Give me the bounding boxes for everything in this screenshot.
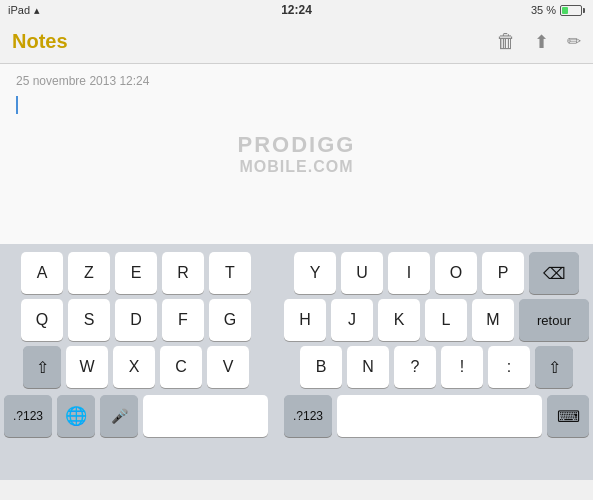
key-g[interactable]: G [209, 299, 251, 341]
key-globe[interactable]: 🌐 [57, 395, 95, 437]
key-j[interactable]: J [331, 299, 373, 341]
key-i[interactable]: I [388, 252, 430, 294]
key-u[interactable]: U [341, 252, 383, 294]
wifi-icon: ▴ [34, 4, 40, 17]
key-return[interactable]: retour [519, 299, 589, 341]
key-space-left[interactable] [143, 395, 268, 437]
delete-icon[interactable]: 🗑 [496, 30, 516, 53]
key-question[interactable]: ? [394, 346, 436, 388]
notes-title: Notes [12, 30, 68, 53]
key-row-3-left: ⇧ W X C V [4, 346, 268, 388]
key-l[interactable]: L [425, 299, 467, 341]
key-w[interactable]: W [66, 346, 108, 388]
key-shift-left[interactable]: ⇧ [23, 346, 61, 388]
key-d[interactable]: D [115, 299, 157, 341]
key-row-2-right: H J K L M retour [284, 299, 589, 341]
keyboard-left: A Z E R T Q S D F G ⇧ W X C V .?123 🌐 🎤 [0, 252, 272, 474]
share-icon[interactable]: ⬆ [534, 31, 549, 53]
key-h[interactable]: H [284, 299, 326, 341]
watermark-line1: PRODIGG [238, 132, 356, 158]
key-r[interactable]: R [162, 252, 204, 294]
key-row-4-right: .?123 ⌨ [284, 395, 589, 437]
key-exclamation[interactable]: ! [441, 346, 483, 388]
key-z[interactable]: Z [68, 252, 110, 294]
note-date: 25 novembre 2013 12:24 [16, 74, 577, 88]
key-v[interactable]: V [207, 346, 249, 388]
watermark: PRODIGG MOBILE.COM [238, 132, 356, 176]
key-k[interactable]: K [378, 299, 420, 341]
key-y[interactable]: Y [294, 252, 336, 294]
key-b[interactable]: B [300, 346, 342, 388]
key-o[interactable]: O [435, 252, 477, 294]
key-row-3-right: B N ? ! : ⇧ [284, 346, 589, 388]
key-s[interactable]: S [68, 299, 110, 341]
key-row-1-left: A Z E R T [4, 252, 268, 294]
text-cursor [16, 96, 18, 114]
key-mic[interactable]: 🎤 [100, 395, 138, 437]
keyboard-right: Y U I O P ⌫ H J K L M retour B N ? ! : ⇧… [280, 252, 593, 474]
nav-bar: Notes 🗑 ⬆ ✏ [0, 20, 593, 64]
key-shift-right[interactable]: ⇧ [535, 346, 573, 388]
key-colon[interactable]: : [488, 346, 530, 388]
key-q[interactable]: Q [21, 299, 63, 341]
key-c[interactable]: C [160, 346, 202, 388]
key-row-2-left: Q S D F G [4, 299, 268, 341]
nav-actions: 🗑 ⬆ ✏ [496, 30, 581, 53]
key-row-1-right: Y U I O P ⌫ [284, 252, 589, 294]
key-row-4-left: .?123 🌐 🎤 [4, 395, 268, 437]
key-t[interactable]: T [209, 252, 251, 294]
watermark-line2: MOBILE.COM [238, 158, 356, 176]
note-content-area[interactable]: 25 novembre 2013 12:24 PRODIGG MOBILE.CO… [0, 64, 593, 244]
key-space-right[interactable] [337, 395, 542, 437]
status-bar: iPad ▴ 12:24 35 % [0, 0, 593, 20]
key-n[interactable]: N [347, 346, 389, 388]
key-f[interactable]: F [162, 299, 204, 341]
key-x[interactable]: X [113, 346, 155, 388]
key-m[interactable]: M [472, 299, 514, 341]
note-cursor-line [16, 96, 577, 114]
battery-indicator [560, 5, 585, 16]
edit-icon[interactable]: ✏ [567, 31, 581, 52]
key-hide-keyboard[interactable]: ⌨ [547, 395, 589, 437]
battery-percent: 35 % [531, 4, 556, 16]
key-e[interactable]: E [115, 252, 157, 294]
time-label: 12:24 [281, 3, 312, 17]
keyboard: A Z E R T Q S D F G ⇧ W X C V .?123 🌐 🎤 [0, 244, 593, 480]
carrier-label: iPad [8, 4, 30, 16]
key-backspace[interactable]: ⌫ [529, 252, 579, 294]
key-p[interactable]: P [482, 252, 524, 294]
key-symbols-right[interactable]: .?123 [284, 395, 332, 437]
key-a[interactable]: A [21, 252, 63, 294]
key-symbols-left[interactable]: .?123 [4, 395, 52, 437]
